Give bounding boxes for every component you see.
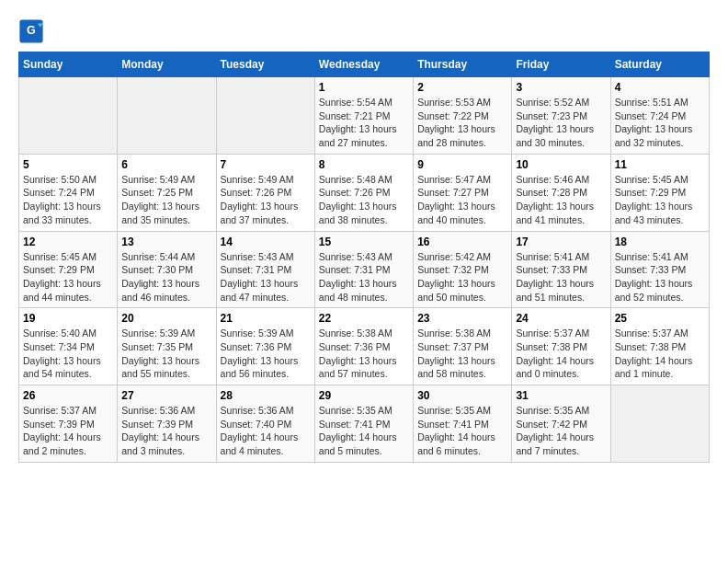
day-cell: 6 Sunrise: 5:49 AMSunset: 7:25 PMDayligh… [118,154,216,231]
day-number: 29 [319,389,409,402]
day-info: Sunrise: 5:45 AMSunset: 7:29 PMDaylight:… [615,173,705,227]
day-cell: 25 Sunrise: 5:37 AMSunset: 7:38 PMDaylig… [610,308,709,385]
day-number: 5 [23,158,113,171]
day-info: Sunrise: 5:43 AMSunset: 7:31 PMDaylight:… [319,250,409,304]
day-info: Sunrise: 5:41 AMSunset: 7:33 PMDaylight:… [615,250,705,304]
day-number: 18 [615,236,705,248]
header-cell-wednesday: Wednesday [314,52,413,77]
day-info: Sunrise: 5:38 AMSunset: 7:36 PMDaylight:… [319,327,409,381]
day-cell: 9 Sunrise: 5:47 AMSunset: 7:27 PMDayligh… [414,154,512,231]
day-number: 9 [417,158,507,171]
page-header: G [18,18,710,44]
day-number: 20 [121,312,211,325]
header-cell-friday: Friday [512,52,610,77]
day-info: Sunrise: 5:39 AMSunset: 7:35 PMDaylight:… [121,327,211,381]
day-cell: 19 Sunrise: 5:40 AMSunset: 7:34 PMDaylig… [19,308,118,385]
day-info: Sunrise: 5:52 AMSunset: 7:23 PMDaylight:… [516,96,606,150]
day-cell [118,77,216,155]
day-number: 12 [23,236,113,248]
day-number: 26 [23,389,113,402]
day-cell: 12 Sunrise: 5:45 AMSunset: 7:29 PMDaylig… [19,231,118,308]
day-number: 13 [121,236,211,248]
day-cell: 1 Sunrise: 5:54 AMSunset: 7:21 PMDayligh… [314,77,413,155]
day-cell: 10 Sunrise: 5:46 AMSunset: 7:28 PMDaylig… [512,154,610,231]
day-info: Sunrise: 5:53 AMSunset: 7:22 PMDaylight:… [417,96,507,150]
day-info: Sunrise: 5:48 AMSunset: 7:26 PMDaylight:… [319,173,409,227]
header-cell-saturday: Saturday [610,52,709,77]
day-number: 21 [221,312,311,325]
logo-icon: G [18,18,44,44]
day-number: 27 [121,389,211,402]
day-cell: 23 Sunrise: 5:38 AMSunset: 7:37 PMDaylig… [414,308,512,385]
calendar-body: 1 Sunrise: 5:54 AMSunset: 7:21 PMDayligh… [19,77,710,463]
day-cell [216,77,314,155]
logo: G [18,18,48,44]
day-info: Sunrise: 5:45 AMSunset: 7:29 PMDaylight:… [23,250,113,304]
day-cell: 30 Sunrise: 5:35 AMSunset: 7:41 PMDaylig… [414,385,512,463]
day-number: 8 [319,158,409,171]
header-cell-sunday: Sunday [19,52,118,77]
week-row-1: 1 Sunrise: 5:54 AMSunset: 7:21 PMDayligh… [19,77,710,155]
day-info: Sunrise: 5:49 AMSunset: 7:26 PMDaylight:… [221,173,311,227]
day-number: 3 [516,81,606,94]
day-number: 10 [516,158,606,171]
day-cell: 13 Sunrise: 5:44 AMSunset: 7:30 PMDaylig… [118,231,216,308]
day-cell: 26 Sunrise: 5:37 AMSunset: 7:39 PMDaylig… [19,385,118,463]
header-row: SundayMondayTuesdayWednesdayThursdayFrid… [19,52,710,77]
day-info: Sunrise: 5:39 AMSunset: 7:36 PMDaylight:… [221,327,311,381]
day-number: 11 [615,158,705,171]
day-number: 6 [121,158,211,171]
week-row-4: 19 Sunrise: 5:40 AMSunset: 7:34 PMDaylig… [19,308,710,385]
day-cell: 8 Sunrise: 5:48 AMSunset: 7:26 PMDayligh… [314,154,413,231]
day-number: 24 [516,312,606,325]
svg-text:G: G [27,24,36,37]
calendar-header: SundayMondayTuesdayWednesdayThursdayFrid… [19,52,710,77]
day-number: 31 [516,389,606,402]
day-number: 30 [417,389,507,402]
day-info: Sunrise: 5:54 AMSunset: 7:21 PMDaylight:… [319,96,409,150]
day-cell: 3 Sunrise: 5:52 AMSunset: 7:23 PMDayligh… [512,77,610,155]
day-cell: 17 Sunrise: 5:41 AMSunset: 7:33 PMDaylig… [512,231,610,308]
day-info: Sunrise: 5:40 AMSunset: 7:34 PMDaylight:… [23,327,113,381]
day-cell [19,77,118,155]
day-cell: 4 Sunrise: 5:51 AMSunset: 7:24 PMDayligh… [610,77,709,155]
day-number: 7 [221,158,311,171]
day-cell: 2 Sunrise: 5:53 AMSunset: 7:22 PMDayligh… [414,77,512,155]
day-number: 19 [23,312,113,325]
day-cell: 27 Sunrise: 5:36 AMSunset: 7:39 PMDaylig… [118,385,216,463]
day-number: 23 [417,312,507,325]
day-info: Sunrise: 5:47 AMSunset: 7:27 PMDaylight:… [417,173,507,227]
header-cell-thursday: Thursday [414,52,512,77]
day-info: Sunrise: 5:37 AMSunset: 7:39 PMDaylight:… [23,404,113,458]
day-info: Sunrise: 5:49 AMSunset: 7:25 PMDaylight:… [121,173,211,227]
day-info: Sunrise: 5:35 AMSunset: 7:41 PMDaylight:… [319,404,409,458]
day-number: 22 [319,312,409,325]
week-row-5: 26 Sunrise: 5:37 AMSunset: 7:39 PMDaylig… [19,385,710,463]
week-row-2: 5 Sunrise: 5:50 AMSunset: 7:24 PMDayligh… [19,154,710,231]
day-info: Sunrise: 5:50 AMSunset: 7:24 PMDaylight:… [23,173,113,227]
header-cell-tuesday: Tuesday [216,52,314,77]
day-info: Sunrise: 5:35 AMSunset: 7:41 PMDaylight:… [417,404,507,458]
day-cell: 15 Sunrise: 5:43 AMSunset: 7:31 PMDaylig… [314,231,413,308]
day-cell: 7 Sunrise: 5:49 AMSunset: 7:26 PMDayligh… [216,154,314,231]
day-info: Sunrise: 5:36 AMSunset: 7:40 PMDaylight:… [221,404,311,458]
day-info: Sunrise: 5:37 AMSunset: 7:38 PMDaylight:… [516,327,606,381]
header-cell-monday: Monday [118,52,216,77]
day-cell: 14 Sunrise: 5:43 AMSunset: 7:31 PMDaylig… [216,231,314,308]
day-cell: 20 Sunrise: 5:39 AMSunset: 7:35 PMDaylig… [118,308,216,385]
day-cell: 21 Sunrise: 5:39 AMSunset: 7:36 PMDaylig… [216,308,314,385]
day-cell: 24 Sunrise: 5:37 AMSunset: 7:38 PMDaylig… [512,308,610,385]
day-info: Sunrise: 5:43 AMSunset: 7:31 PMDaylight:… [221,250,311,304]
day-cell: 11 Sunrise: 5:45 AMSunset: 7:29 PMDaylig… [610,154,709,231]
day-number: 2 [417,81,507,94]
day-cell: 16 Sunrise: 5:42 AMSunset: 7:32 PMDaylig… [414,231,512,308]
day-info: Sunrise: 5:37 AMSunset: 7:38 PMDaylight:… [615,327,705,381]
day-info: Sunrise: 5:36 AMSunset: 7:39 PMDaylight:… [121,404,211,458]
calendar-table: SundayMondayTuesdayWednesdayThursdayFrid… [18,52,710,463]
day-number: 14 [221,236,311,248]
day-info: Sunrise: 5:51 AMSunset: 7:24 PMDaylight:… [615,96,705,150]
day-number: 28 [221,389,311,402]
day-cell: 28 Sunrise: 5:36 AMSunset: 7:40 PMDaylig… [216,385,314,463]
day-cell: 18 Sunrise: 5:41 AMSunset: 7:33 PMDaylig… [610,231,709,308]
day-info: Sunrise: 5:35 AMSunset: 7:42 PMDaylight:… [516,404,606,458]
